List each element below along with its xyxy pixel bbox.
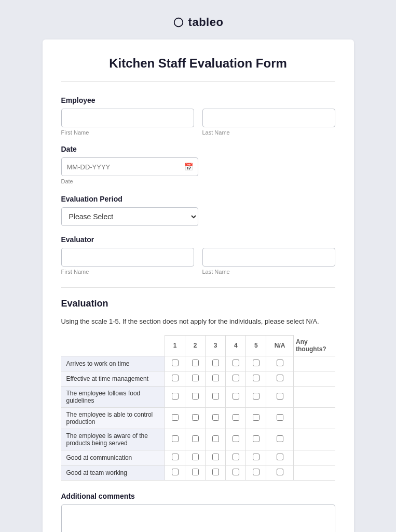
eval-checkbox-cell[interactable] [206, 450, 226, 466]
eval-checkbox-cell[interactable] [226, 466, 246, 481]
eval-checkbox-cell[interactable] [165, 408, 185, 429]
eval-checkbox-cell[interactable] [246, 371, 266, 387]
eval-checkbox[interactable] [277, 435, 283, 442]
eval-checkbox-cell[interactable] [165, 429, 185, 450]
evaluator-last-name-input[interactable] [202, 248, 335, 267]
eval-checkbox[interactable] [192, 393, 199, 400]
eval-checkbox[interactable] [192, 375, 199, 381]
eval-thoughts-cell[interactable] [294, 429, 335, 450]
eval-thoughts-cell[interactable] [294, 356, 335, 371]
eval-checkbox-cell[interactable] [185, 429, 206, 450]
eval-checkbox-cell[interactable] [266, 429, 294, 450]
eval-checkbox-cell[interactable] [185, 371, 206, 387]
eval-checkbox-cell[interactable] [266, 408, 294, 429]
eval-checkbox[interactable] [253, 393, 260, 400]
eval-checkbox[interactable] [192, 360, 199, 366]
eval-checkbox-cell[interactable] [165, 450, 185, 466]
eval-checkbox-cell[interactable] [206, 408, 226, 429]
date-label: Date [61, 145, 335, 153]
eval-checkbox-cell[interactable] [266, 371, 294, 387]
eval-checkbox[interactable] [192, 454, 199, 460]
eval-checkbox-cell[interactable] [246, 429, 266, 450]
eval-checkbox[interactable] [233, 360, 239, 366]
eval-checkbox[interactable] [253, 454, 260, 460]
eval-table-row: The employee is able to control producti… [61, 408, 335, 429]
eval-checkbox-cell[interactable] [185, 466, 206, 481]
eval-checkbox-cell[interactable] [185, 356, 206, 371]
eval-checkbox[interactable] [253, 435, 260, 442]
eval-checkbox-cell[interactable] [266, 450, 294, 466]
eval-checkbox-cell[interactable] [266, 387, 294, 408]
eval-checkbox-cell[interactable] [206, 387, 226, 408]
eval-checkbox[interactable] [172, 414, 179, 421]
eval-checkbox-cell[interactable] [226, 371, 246, 387]
eval-checkbox-cell[interactable] [226, 387, 246, 408]
eval-checkbox-cell[interactable] [226, 408, 246, 429]
eval-checkbox-cell[interactable] [246, 466, 266, 481]
employee-last-name-input[interactable] [202, 109, 335, 127]
eval-thoughts-cell[interactable] [294, 450, 335, 466]
eval-checkbox[interactable] [277, 360, 283, 366]
eval-thoughts-cell[interactable] [294, 387, 335, 408]
eval-checkbox-cell[interactable] [185, 450, 206, 466]
eval-checkbox-cell[interactable] [185, 408, 206, 429]
eval-checkbox-cell[interactable] [246, 408, 266, 429]
eval-checkbox[interactable] [277, 375, 283, 381]
eval-checkbox-cell[interactable] [226, 450, 246, 466]
eval-checkbox[interactable] [172, 375, 179, 381]
employee-first-name-input[interactable] [61, 109, 194, 127]
eval-checkbox[interactable] [233, 454, 239, 460]
eval-checkbox-cell[interactable] [226, 429, 246, 450]
eval-checkbox[interactable] [277, 469, 283, 475]
eval-checkbox[interactable] [192, 435, 199, 442]
eval-checkbox-cell[interactable] [165, 371, 185, 387]
eval-thoughts-cell[interactable] [294, 466, 335, 481]
eval-checkbox[interactable] [253, 360, 260, 366]
eval-checkbox-cell[interactable] [165, 387, 185, 408]
eval-checkbox[interactable] [233, 414, 239, 421]
eval-checkbox[interactable] [212, 454, 219, 460]
eval-checkbox-cell[interactable] [165, 356, 185, 371]
eval-checkbox[interactable] [253, 469, 260, 475]
eval-checkbox[interactable] [212, 360, 219, 366]
eval-checkbox[interactable] [277, 414, 283, 421]
eval-checkbox[interactable] [172, 454, 179, 460]
eval-checkbox[interactable] [172, 393, 179, 400]
eval-checkbox-cell[interactable] [185, 387, 206, 408]
eval-checkbox-cell[interactable] [206, 371, 226, 387]
additional-comments-textarea[interactable] [61, 504, 335, 532]
eval-checkbox[interactable] [253, 375, 260, 381]
evaluator-first-name-input[interactable] [61, 248, 194, 267]
eval-checkbox[interactable] [277, 454, 283, 460]
eval-checkbox[interactable] [212, 393, 219, 400]
eval-checkbox-cell[interactable] [206, 356, 226, 371]
date-input[interactable] [61, 157, 198, 176]
eval-checkbox-cell[interactable] [266, 356, 294, 371]
eval-checkbox[interactable] [212, 414, 219, 421]
eval-checkbox[interactable] [233, 469, 239, 475]
eval-checkbox-cell[interactable] [206, 429, 226, 450]
eval-checkbox[interactable] [172, 469, 179, 475]
eval-thoughts-cell[interactable] [294, 371, 335, 387]
eval-checkbox-cell[interactable] [266, 466, 294, 481]
eval-checkbox-cell[interactable] [246, 450, 266, 466]
eval-checkbox-cell[interactable] [226, 356, 246, 371]
eval-checkbox[interactable] [212, 435, 219, 442]
eval-checkbox[interactable] [253, 414, 260, 421]
eval-checkbox[interactable] [233, 435, 239, 442]
eval-checkbox-cell[interactable] [165, 466, 185, 481]
eval-checkbox[interactable] [172, 435, 179, 442]
eval-checkbox-cell[interactable] [246, 387, 266, 408]
eval-checkbox[interactable] [212, 469, 219, 475]
eval-checkbox[interactable] [233, 375, 239, 381]
eval-checkbox[interactable] [172, 360, 179, 366]
eval-checkbox-cell[interactable] [206, 466, 226, 481]
eval-checkbox[interactable] [192, 469, 199, 475]
eval-checkbox[interactable] [233, 393, 239, 400]
eval-checkbox-cell[interactable] [246, 356, 266, 371]
eval-checkbox[interactable] [277, 393, 283, 400]
evaluation-period-select[interactable]: Please Select Q1 Q2 Q3 Q4 Annual [61, 207, 198, 226]
eval-thoughts-cell[interactable] [294, 408, 335, 429]
eval-checkbox[interactable] [212, 375, 219, 381]
eval-checkbox[interactable] [192, 414, 199, 421]
